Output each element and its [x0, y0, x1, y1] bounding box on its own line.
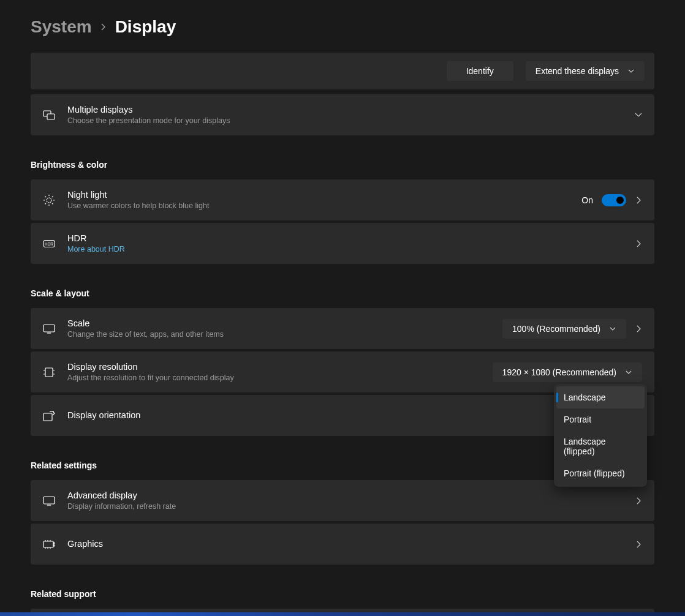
svg-rect-15: [45, 368, 53, 377]
orientation-icon: [43, 410, 55, 422]
svg-rect-21: [44, 497, 55, 504]
svg-rect-30: [53, 543, 55, 544]
hdr-more-link[interactable]: More about HDR: [67, 244, 623, 255]
svg-line-7: [45, 196, 47, 197]
chevron-right-icon: [635, 325, 642, 332]
orientation-dropdown-menu: Landscape Portrait Landscape (flipped) P…: [554, 384, 647, 487]
chevron-right-icon: [635, 197, 642, 204]
section-brightness-color: Brightness & color: [31, 160, 654, 170]
svg-rect-1: [47, 114, 55, 119]
chevron-right-icon: [635, 541, 642, 548]
multiple-displays-row[interactable]: Multiple displays Choose the presentatio…: [31, 94, 654, 135]
chevron-down-icon: [627, 67, 635, 75]
resolution-value: 1920 × 1080 (Recommended): [502, 367, 616, 377]
night-light-title: Night light: [67, 189, 569, 201]
resolution-title: Display resolution: [67, 361, 480, 373]
advanced-display-title: Advanced display: [67, 489, 623, 501]
scale-sub: Change the size of text, apps, and other…: [67, 329, 490, 340]
scale-title: Scale: [67, 317, 490, 329]
resolution-dropdown[interactable]: 1920 × 1080 (Recommended): [493, 362, 642, 382]
multiple-displays-sub: Choose the presentation mode for your di…: [67, 116, 623, 127]
night-light-state: On: [581, 195, 593, 205]
scale-value: 100% (Recommended): [512, 324, 600, 334]
extend-displays-label: Extend these displays: [536, 66, 619, 76]
chevron-right-icon: [635, 497, 642, 505]
scale-dropdown[interactable]: 100% (Recommended): [502, 319, 626, 339]
multiple-displays-icon: [43, 109, 55, 121]
chevron-right-icon: [635, 240, 642, 247]
night-light-toggle[interactable]: [602, 194, 626, 206]
advanced-display-icon: [43, 495, 55, 507]
night-light-row[interactable]: Night light Use warmer colors to help bl…: [31, 179, 654, 220]
breadcrumb-current: Display: [115, 17, 176, 37]
svg-rect-31: [53, 545, 55, 546]
section-scale-layout: Scale & layout: [31, 288, 654, 298]
svg-rect-20: [44, 413, 52, 421]
identify-button[interactable]: Identify: [447, 61, 513, 81]
scale-icon: [43, 323, 55, 335]
orientation-option-landscape[interactable]: Landscape: [556, 386, 645, 408]
svg-line-8: [52, 203, 53, 205]
svg-line-10: [52, 196, 53, 197]
graphics-icon: [43, 538, 55, 550]
orientation-option-landscape-flipped[interactable]: Landscape (flipped): [556, 430, 645, 462]
chevron-down-icon: [635, 111, 642, 119]
hdr-icon: HDR: [43, 238, 55, 250]
svg-rect-13: [44, 325, 55, 332]
resolution-sub: Adjust the resolution to fit your connec…: [67, 373, 480, 384]
chevron-right-icon: [100, 23, 107, 31]
graphics-title: Graphics: [67, 538, 623, 550]
hdr-title: HDR: [67, 232, 623, 244]
graphics-row[interactable]: Graphics: [31, 524, 654, 565]
svg-point-2: [47, 198, 51, 203]
hdr-row[interactable]: HDR HDR More about HDR: [31, 223, 654, 264]
orientation-option-portrait-flipped[interactable]: Portrait (flipped): [556, 462, 645, 484]
night-light-icon: [43, 194, 55, 206]
display-arrangement-card: Identify Extend these displays: [31, 53, 654, 89]
section-related-support: Related support: [31, 589, 654, 599]
breadcrumb-parent[interactable]: System: [31, 17, 92, 37]
svg-text:HDR: HDR: [45, 241, 53, 246]
orientation-option-portrait[interactable]: Portrait: [556, 408, 645, 430]
resolution-icon: [43, 366, 55, 378]
advanced-display-sub: Display information, refresh rate: [67, 501, 623, 513]
chevron-down-icon: [609, 325, 616, 332]
night-light-sub: Use warmer colors to help block blue lig…: [67, 201, 569, 212]
svg-rect-23: [44, 541, 53, 547]
svg-line-9: [45, 203, 47, 205]
scale-row[interactable]: Scale Change the size of text, apps, and…: [31, 308, 654, 349]
multiple-displays-title: Multiple displays: [67, 103, 623, 116]
breadcrumb: System Display: [31, 0, 654, 53]
extend-displays-dropdown[interactable]: Extend these displays: [526, 61, 645, 81]
taskbar[interactable]: [0, 612, 685, 616]
chevron-down-icon: [625, 369, 632, 376]
